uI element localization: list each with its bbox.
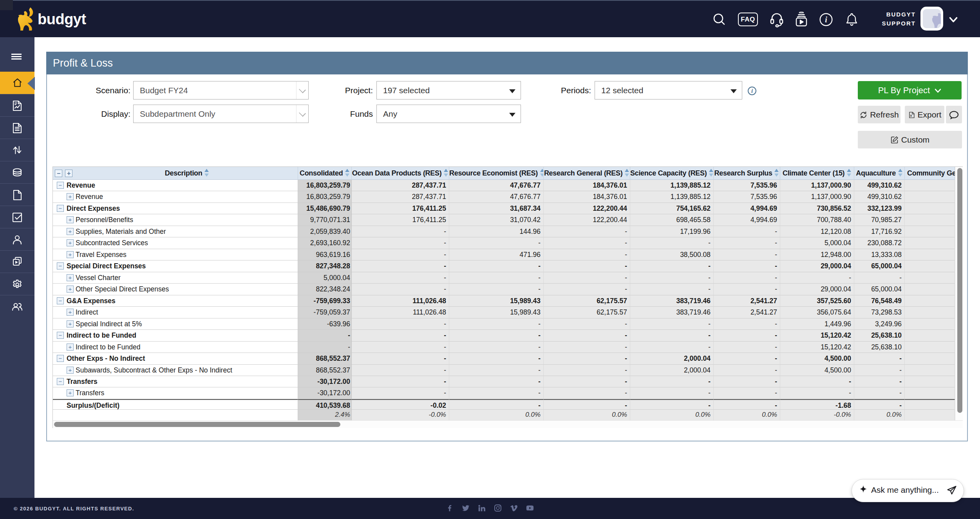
svg-text:x: x	[910, 114, 912, 118]
svg-text:i: i	[825, 15, 827, 24]
